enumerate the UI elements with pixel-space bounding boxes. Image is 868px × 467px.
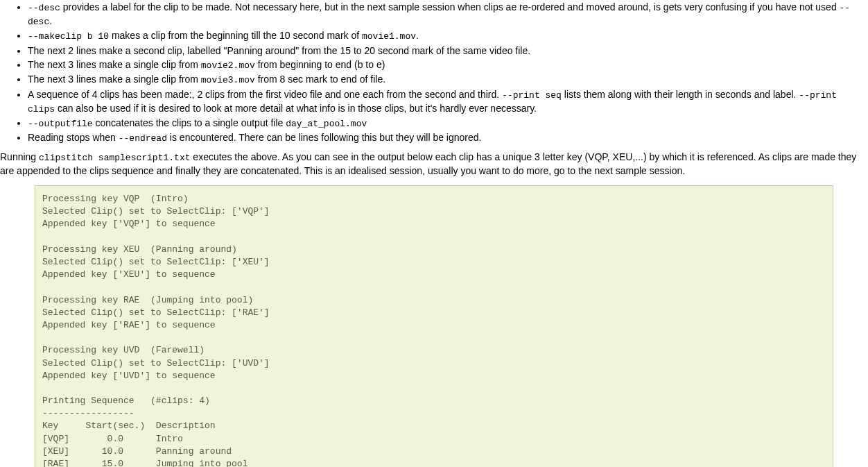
- inline-code: --print seq: [502, 90, 562, 101]
- bullet-item: --desc provides a label for the clip to …: [28, 1, 868, 28]
- bullet-item: --outputfile concatenates the clips to a…: [28, 117, 868, 130]
- text-span: from beginning to end (b to e): [255, 59, 385, 70]
- inline-code: movie3.mov: [201, 75, 255, 85]
- inline-code: --outputfile: [28, 119, 93, 129]
- text-span: is encountered. There can be lines follo…: [167, 132, 481, 143]
- text-span: makes a clip from the beginning till the…: [109, 30, 362, 41]
- text-span: Running: [0, 151, 39, 162]
- bullet-list: --desc provides a label for the clip to …: [0, 1, 868, 145]
- inline-code: --endread: [119, 133, 167, 144]
- text-span: concatenates the clips to a single outpu…: [93, 117, 286, 128]
- bullet-item: A sequence of 4 clips has been made:, 2 …: [28, 88, 868, 116]
- text-span: provides a label for the clip to be made…: [60, 1, 840, 12]
- inline-code: movie2.mov: [201, 60, 255, 71]
- text-span: The next 3 lines make a single clip from: [28, 74, 201, 85]
- inline-code: clipstitch samplescript1.txt: [39, 153, 190, 163]
- text-span: from 8 sec mark to end of file.: [255, 74, 385, 85]
- bullet-item: The next 2 lines make a second clip, lab…: [28, 44, 868, 58]
- bullet-item: --makeclip b 10 makes a clip from the be…: [28, 29, 868, 43]
- text-span: can also be used if it is desired to loo…: [55, 103, 537, 114]
- text-span: A sequence of 4 clips has been made:, 2 …: [28, 89, 502, 100]
- inline-code: movie1.mov: [362, 31, 416, 42]
- text-span: Reading stops when: [28, 132, 119, 143]
- inline-code: --desc: [28, 3, 60, 13]
- output-block: Processing key VQP (Intro) Selected Clip…: [35, 185, 833, 467]
- inline-code: day_at_pool.mov: [286, 119, 367, 129]
- text-span: lists them along with their length in se…: [562, 89, 799, 100]
- bullet-item: Reading stops when --endread is encounte…: [28, 131, 868, 145]
- text-span: .: [49, 15, 52, 26]
- bullet-item: The next 3 lines make a single clip from…: [28, 73, 868, 87]
- text-span: The next 3 lines make a single clip from: [28, 59, 201, 70]
- text-span: The next 2 lines make a second clip, lab…: [28, 45, 530, 56]
- bullet-item: The next 3 lines make a single clip from…: [28, 58, 868, 72]
- text-span: .: [416, 30, 419, 41]
- inline-code: --makeclip b 10: [28, 31, 109, 42]
- running-paragraph: Running clipstitch samplescript1.txt exe…: [0, 151, 868, 178]
